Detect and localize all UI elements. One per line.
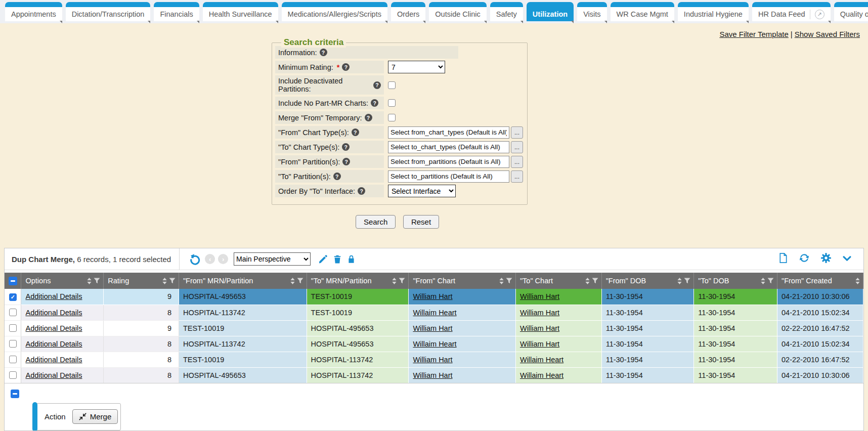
- trash-icon[interactable]: [333, 254, 342, 264]
- filter-funnel-icon[interactable]: [169, 278, 176, 284]
- new-document-icon[interactable]: [778, 252, 789, 264]
- edit-pencil-icon[interactable]: [318, 254, 328, 264]
- cell-to-chart: Willaim Heart: [515, 352, 601, 367]
- merge-from-temporary-checkbox[interactable]: [388, 114, 396, 121]
- to-chart-link[interactable]: William Hart: [520, 292, 559, 300]
- refresh-icon[interactable]: [799, 252, 810, 264]
- column-header-rating: Rating: [104, 273, 179, 289]
- additional-details-link[interactable]: Additional Details: [25, 309, 82, 317]
- next-icon[interactable]: ›: [218, 254, 228, 264]
- additional-details-link[interactable]: Additional Details: [25, 371, 82, 379]
- help-icon[interactable]: ?: [371, 99, 378, 107]
- additional-details-link[interactable]: Additional Details: [25, 356, 82, 364]
- filter-funnel-icon[interactable]: [592, 278, 598, 284]
- additional-details-link[interactable]: Additional Details: [25, 340, 82, 348]
- sort-icon[interactable]: [290, 278, 295, 284]
- gear-icon[interactable]: [820, 252, 832, 264]
- order-by-to-interface-select[interactable]: Select Interface: [388, 185, 456, 197]
- tab-financials[interactable]: Financials: [154, 2, 199, 21]
- from-chart-link[interactable]: Willaim Heart: [413, 309, 456, 317]
- tab-hr-data-feed[interactable]: HR Data Feed↗: [752, 2, 831, 21]
- chevron-down-icon[interactable]: [842, 253, 852, 264]
- to-partition-s-ellipsis-button[interactable]: ...: [511, 170, 523, 183]
- tab-safety[interactable]: Safety: [490, 2, 523, 21]
- filter-funnel-icon[interactable]: [767, 278, 774, 284]
- tab-wr-case-mgmt[interactable]: WR Case Mgmt: [611, 2, 674, 21]
- filter-funnel-icon[interactable]: [506, 278, 512, 284]
- to-chart-link[interactable]: William Hart: [520, 324, 559, 332]
- sort-icon[interactable]: [855, 278, 860, 284]
- help-icon[interactable]: ?: [352, 128, 359, 136]
- tab-orders[interactable]: Orders: [391, 2, 425, 21]
- from-chart-link[interactable]: William Hart: [413, 324, 452, 332]
- help-icon[interactable]: ?: [342, 143, 350, 151]
- help-icon[interactable]: ?: [373, 81, 381, 89]
- sort-icon[interactable]: [677, 278, 682, 284]
- to-chart-link[interactable]: William Hart: [520, 340, 559, 348]
- additional-details-link[interactable]: Additional Details: [25, 292, 82, 300]
- to-chart-type-s-input[interactable]: [388, 141, 509, 153]
- filter-funnel-icon[interactable]: [94, 278, 100, 284]
- sort-icon[interactable]: [392, 278, 397, 284]
- external-link-icon[interactable]: ↗: [815, 10, 824, 19]
- sort-icon[interactable]: [761, 278, 765, 284]
- previous-icon[interactable]: ‹: [205, 254, 215, 264]
- to-chart-link[interactable]: William Hart: [520, 309, 559, 317]
- from-partition-s-ellipsis-button[interactable]: ...: [511, 156, 523, 168]
- row-checkbox[interactable]: [9, 356, 17, 363]
- tab-industrial-hygiene[interactable]: Industrial Hygiene: [678, 2, 749, 21]
- to-partition-s-input[interactable]: [388, 170, 509, 183]
- filter-funnel-icon[interactable]: [399, 278, 405, 284]
- show-saved-filters-link[interactable]: Show Saved Filters: [795, 30, 860, 38]
- from-chart-type-s-input[interactable]: [388, 126, 509, 139]
- sort-icon[interactable]: [499, 278, 504, 284]
- search-button[interactable]: Search: [356, 215, 396, 229]
- row-checkbox[interactable]: [9, 324, 17, 332]
- to-chart-link[interactable]: Willaim Heart: [520, 356, 563, 364]
- tab-outside-clinic[interactable]: Outside Clinic: [429, 2, 486, 21]
- undo-icon[interactable]: [189, 253, 201, 265]
- sort-icon[interactable]: [585, 278, 590, 284]
- collapse-minus-icon[interactable]: [11, 390, 19, 398]
- help-icon[interactable]: ?: [365, 114, 372, 121]
- include-deactivated-partitions-checkbox[interactable]: [388, 81, 396, 89]
- row-checkbox[interactable]: ✓: [9, 293, 17, 301]
- reset-button[interactable]: Reset: [403, 215, 439, 229]
- tab-visits[interactable]: Visits: [577, 2, 606, 21]
- save-filter-template-link[interactable]: Save Filter Template: [719, 30, 788, 38]
- row-checkbox[interactable]: [9, 340, 17, 348]
- tab-appointments[interactable]: Appointments: [5, 2, 62, 21]
- from-chart-type-s-ellipsis-button[interactable]: ...: [511, 126, 523, 139]
- tab-utilization[interactable]: Utilization: [527, 2, 574, 21]
- help-icon[interactable]: ?: [333, 173, 341, 180]
- from-chart-link[interactable]: Willaim Heart: [413, 340, 456, 348]
- cell-to-mrn: HOSPITAL-113742: [307, 367, 409, 383]
- help-icon[interactable]: ?: [320, 49, 327, 56]
- from-chart-link[interactable]: William Hart: [413, 292, 452, 300]
- sort-icon[interactable]: [162, 278, 167, 284]
- sort-icon[interactable]: [87, 278, 92, 284]
- filter-funnel-icon[interactable]: [297, 278, 303, 284]
- help-icon[interactable]: ?: [358, 187, 365, 195]
- additional-details-link[interactable]: Additional Details: [25, 324, 82, 332]
- tab-dictation-transcription[interactable]: Dictation/Transcription: [66, 2, 151, 21]
- lock-icon[interactable]: [347, 254, 356, 264]
- from-chart-link[interactable]: William Hart: [413, 371, 452, 379]
- help-icon[interactable]: ?: [342, 63, 350, 71]
- minimum-rating-select[interactable]: 7: [388, 61, 445, 73]
- select-all-minus-checkbox[interactable]: [9, 277, 17, 285]
- merge-button[interactable]: Merge: [72, 409, 118, 424]
- to-chart-type-s-ellipsis-button[interactable]: ...: [511, 141, 523, 153]
- filter-funnel-icon[interactable]: [684, 278, 690, 284]
- from-partition-s-input[interactable]: [388, 156, 509, 168]
- tab-quality-of-care[interactable]: Quality of Care: [834, 2, 868, 21]
- help-icon[interactable]: ?: [342, 158, 350, 165]
- to-chart-link[interactable]: Willaim Heart: [520, 371, 563, 379]
- from-chart-link[interactable]: William Hart: [413, 356, 452, 364]
- perspective-select[interactable]: Main Perspective: [234, 252, 311, 266]
- row-checkbox[interactable]: [9, 309, 17, 316]
- tab-medications-allergies-scripts[interactable]: Medications/Allergies/Scripts: [282, 2, 387, 21]
- tab-health-surveillance[interactable]: Health Surveillance: [203, 2, 278, 21]
- include-no-part-mr-charts-checkbox[interactable]: [388, 99, 396, 107]
- row-checkbox[interactable]: [9, 371, 17, 379]
